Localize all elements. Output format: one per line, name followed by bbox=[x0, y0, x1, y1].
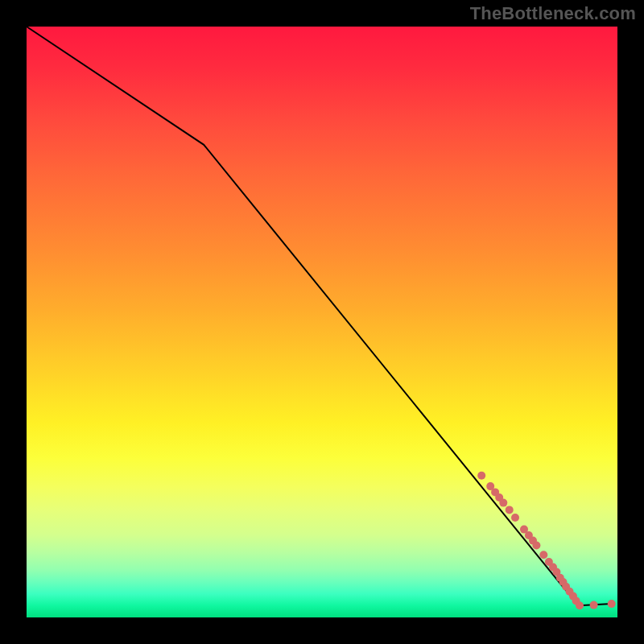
data-point bbox=[590, 601, 598, 609]
data-point bbox=[511, 514, 519, 522]
line-series bbox=[27, 27, 612, 605]
data-point bbox=[608, 600, 616, 608]
data-point bbox=[576, 601, 584, 609]
attribution-label: TheBottleneck.com bbox=[470, 3, 636, 24]
data-point bbox=[539, 551, 547, 559]
data-point bbox=[506, 506, 514, 514]
marker-layer bbox=[477, 472, 616, 610]
chart-overlay bbox=[27, 27, 617, 617]
data-point bbox=[532, 542, 540, 550]
chart-frame: TheBottleneck.com bbox=[0, 0, 644, 644]
data-point bbox=[477, 472, 485, 480]
data-point bbox=[499, 499, 507, 507]
